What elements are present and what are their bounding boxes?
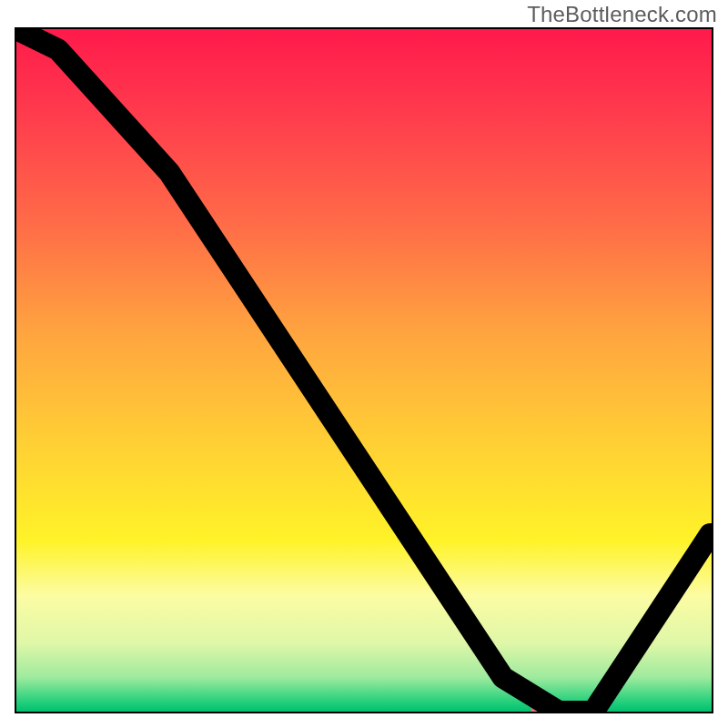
chart-frame: TheBottleneck.com xyxy=(0,0,728,728)
bottleneck-curve xyxy=(16,29,710,712)
plot-area xyxy=(15,27,713,713)
curve-layer xyxy=(16,29,712,712)
watermark-text: TheBottleneck.com xyxy=(527,2,717,27)
